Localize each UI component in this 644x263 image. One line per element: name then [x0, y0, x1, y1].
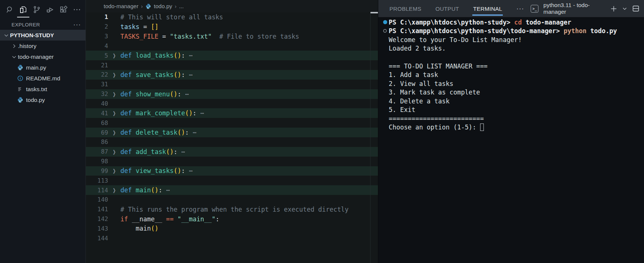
explorer-item-.history[interactable]: .history [0, 41, 85, 51]
terminal-dropdown-chevron-icon[interactable] [622, 6, 627, 11]
line-number: 143 [86, 225, 108, 232]
code-text: # This will store all tasks [120, 13, 223, 21]
fold-chevron-icon[interactable]: ❯ [108, 90, 120, 98]
code-line-1[interactable]: 1# This will store all tasks [86, 12, 378, 22]
sidebar: EXPLORER ··· PYTHON-STUDY.historytodo-ma… [0, 0, 85, 263]
fold-chevron-icon[interactable]: ❯ [108, 71, 120, 78]
terminal-title[interactable]: python3.11 - todo-manager [543, 2, 605, 15]
code-line-3[interactable]: 3TASKS_FILE = "tasks.txt" # File to stor… [86, 32, 378, 41]
code-text: def show_menu(): ⋯ [120, 90, 189, 98]
terminal-output[interactable]: PS C:\xampp\htdocs\python-study> cd todo… [378, 17, 644, 132]
bottom-panel: PROBLEMSOUTPUTTERMINAL ··· >_ python3.11… [378, 0, 644, 263]
overview-ruler-cursor [370, 12, 378, 13]
code-line-68[interactable]: 68 [86, 118, 378, 128]
tab-terminal[interactable]: TERMINAL [473, 6, 502, 12]
chevron-down-icon [11, 54, 18, 60]
source-control-icon[interactable] [32, 5, 41, 15]
code-line-99[interactable]: 99❯def view_tasks(): ⋯ [86, 166, 378, 176]
explorer-more-icon[interactable]: ··· [73, 23, 81, 26]
code-line-141[interactable]: 141# This runs the program when the scri… [86, 205, 378, 214]
terminal-line: PS C:\xampp\htdocs\python-study\todo-man… [378, 27, 644, 36]
line-number: 41 [86, 110, 108, 117]
fold-chevron-icon[interactable]: ❯ [108, 52, 120, 59]
terminal-text: PS C:\xampp\htdocs\python-study> cd todo… [389, 19, 571, 26]
code-line-140[interactable]: 140 [86, 195, 378, 205]
line-number: 68 [86, 119, 108, 126]
code-text: tasks = [] [120, 23, 158, 31]
code-text: def mark_complete(): ⋯ [120, 109, 204, 117]
code-text: def main(): ⋯ [120, 186, 170, 194]
line-number: 31 [86, 81, 108, 88]
code-line-86[interactable]: 86 [86, 137, 378, 147]
split-terminal-button[interactable] [632, 5, 640, 12]
search-icon[interactable] [5, 5, 14, 15]
explorer-item-label: README.md [26, 75, 60, 82]
code-line-40[interactable]: 40 [86, 99, 378, 109]
code-line-142[interactable]: 142if __name__ == "__main__": [86, 214, 378, 224]
terminal-text: 3. Mark task as complete [389, 89, 480, 96]
code-line-31[interactable]: 31 [86, 80, 378, 89]
editor[interactable]: todo-manager›todo.py›... 1# This will st… [85, 0, 378, 263]
terminal-text: 5. Exit [389, 106, 415, 113]
run-debug-icon[interactable] [45, 5, 55, 15]
explorer-item-todo-manager[interactable]: todo-manager [0, 51, 85, 62]
fold-chevron-icon[interactable]: ❯ [108, 186, 120, 194]
code-line-41[interactable]: 41❯def mark_complete(): ⋯ [86, 108, 378, 118]
code-line-114[interactable]: 114❯def main(): ⋯ [86, 185, 378, 195]
explorer-item-todo.py[interactable]: todo.py [0, 94, 85, 105]
fold-chevron-icon[interactable]: ❯ [108, 148, 120, 155]
terminal-text: ========================= [389, 115, 484, 122]
fold-chevron-icon[interactable]: ❯ [108, 129, 120, 136]
terminal-line: 4. Delete a task [378, 97, 644, 106]
terminal-line: Choose an option (1-5): [378, 123, 644, 132]
breadcrumb-segment[interactable]: todo.py [154, 3, 172, 9]
explorer-item-readme.md[interactable]: README.md [0, 73, 85, 84]
code-line-2[interactable]: 2tasks = [] [86, 22, 378, 32]
line-number: 1 [86, 13, 108, 20]
new-terminal-button[interactable] [610, 5, 617, 12]
code-area[interactable]: 1# This will store all tasks2tasks = []3… [86, 12, 378, 263]
code-line-144[interactable]: 144 [86, 233, 378, 243]
code-line-4[interactable]: 4 [86, 41, 378, 51]
code-text: main() [120, 225, 158, 232]
panel-more-icon[interactable]: ··· [516, 7, 524, 10]
more-icon[interactable] [72, 5, 81, 15]
explorer-title: EXPLORER [12, 22, 40, 28]
breadcrumb-segment[interactable]: todo-manager [104, 3, 138, 9]
code-line-21[interactable]: 21 [86, 60, 378, 70]
code-line-22[interactable]: 22❯def save_tasks(): ⋯ [86, 70, 378, 80]
terminal-line: Welcome to your To-Do List Manager! [378, 35, 644, 44]
explorer-item-python-study[interactable]: PYTHON-STUDY [0, 30, 85, 41]
fold-chevron-icon[interactable]: ❯ [108, 109, 120, 117]
code-line-113[interactable]: 113 [86, 176, 378, 185]
code-line-32[interactable]: 32❯def show_menu(): ⋯ [86, 89, 378, 99]
line-number: 144 [86, 235, 108, 242]
python-file-icon [17, 97, 23, 103]
terminal-line: Loaded 2 tasks. [378, 44, 644, 53]
explorer-item-main.py[interactable]: main.py [0, 62, 85, 73]
chevron-down-icon [3, 32, 10, 38]
tab-problems[interactable]: PROBLEMS [389, 6, 421, 12]
explorer-icon[interactable] [19, 5, 28, 15]
tab-output[interactable]: OUTPUT [436, 6, 459, 12]
line-number: 142 [86, 215, 108, 222]
line-number: 32 [86, 90, 108, 97]
breadcrumb-separator-icon: › [175, 3, 177, 9]
terminal-text: 4. Delete a task [389, 97, 450, 105]
explorer-item-label: PYTHON-STUDY [10, 32, 54, 38]
extensions-icon[interactable] [59, 5, 68, 15]
chevron-right-icon [11, 43, 18, 49]
line-number: 140 [86, 196, 108, 203]
breadcrumb: todo-manager›todo.py›... [86, 0, 378, 12]
code-line-87[interactable]: 87❯def add_task(): ⋯ [86, 147, 378, 157]
code-text: def view_tasks(): ⋯ [120, 167, 193, 174]
line-number: 114 [86, 187, 108, 194]
fold-chevron-icon[interactable]: ❯ [108, 167, 120, 174]
explorer-item-label: tasks.txt [26, 86, 47, 93]
code-line-98[interactable]: 98 [86, 157, 378, 166]
code-line-143[interactable]: 143 main() [86, 224, 378, 234]
code-line-69[interactable]: 69❯def delete_task(): ⋯ [86, 128, 378, 137]
breadcrumb-segment[interactable]: ... [179, 3, 184, 9]
explorer-item-tasks.txt[interactable]: tasks.txt [0, 84, 85, 94]
code-line-5[interactable]: 5❯def load_tasks(): ⋯ [86, 51, 378, 60]
